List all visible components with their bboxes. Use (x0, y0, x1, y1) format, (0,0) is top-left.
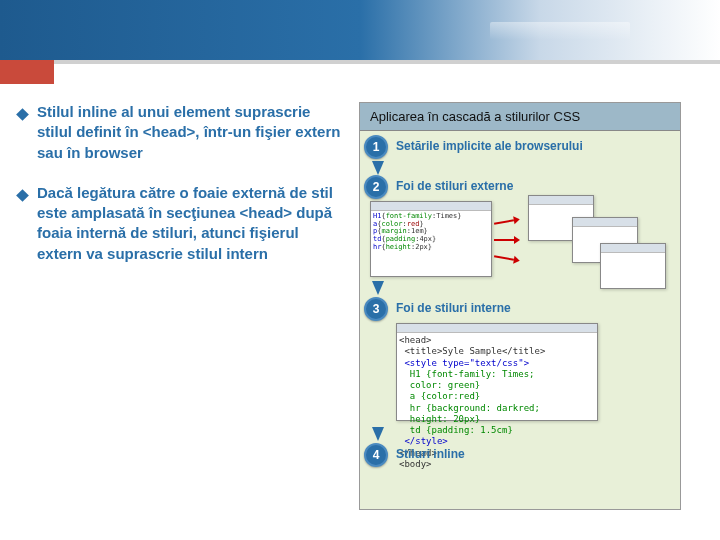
step-label-1: Setările implicite ale browserului (396, 139, 583, 153)
red-arrow-icon (494, 255, 514, 260)
step-number-2: 2 (364, 175, 388, 199)
step-label-2: Foi de stiluri externe (396, 179, 513, 193)
step-label-4: Stiluri inline (396, 447, 465, 461)
red-arrow-icon (494, 219, 514, 224)
slide-header (0, 0, 720, 60)
bullet-list: Stilul inline al unui element suprascrie… (18, 102, 343, 510)
step-label-3: Foi de stiluri interne (396, 301, 511, 315)
header-stripe (0, 60, 720, 84)
diagram-title: Aplicarea în cascadă a stilurilor CSS (360, 103, 680, 131)
browser-window (600, 243, 666, 289)
bullet-icon (16, 189, 29, 202)
red-arrow-icon (494, 239, 514, 241)
arrow-down-icon (372, 427, 384, 441)
code-window: <head> <title>Syle Sample</title> <style… (396, 323, 598, 421)
code-window: H1{font-family:Times}a{color:red}p{margi… (370, 201, 492, 277)
step-number-3: 3 (364, 297, 388, 321)
step-number-1: 1 (364, 135, 388, 159)
bullet-text-1: Stilul inline al unui element suprascrie… (37, 102, 343, 163)
diagram-panel: Aplicarea în cascadă a stilurilor CSS 1 … (359, 102, 681, 510)
step-number-4: 4 (364, 443, 388, 467)
bullet-text-2: Dacă legătura către o foaie externă de s… (37, 183, 343, 264)
arrow-down-icon (372, 161, 384, 175)
arrow-down-icon (372, 281, 384, 295)
bullet-icon (16, 108, 29, 121)
